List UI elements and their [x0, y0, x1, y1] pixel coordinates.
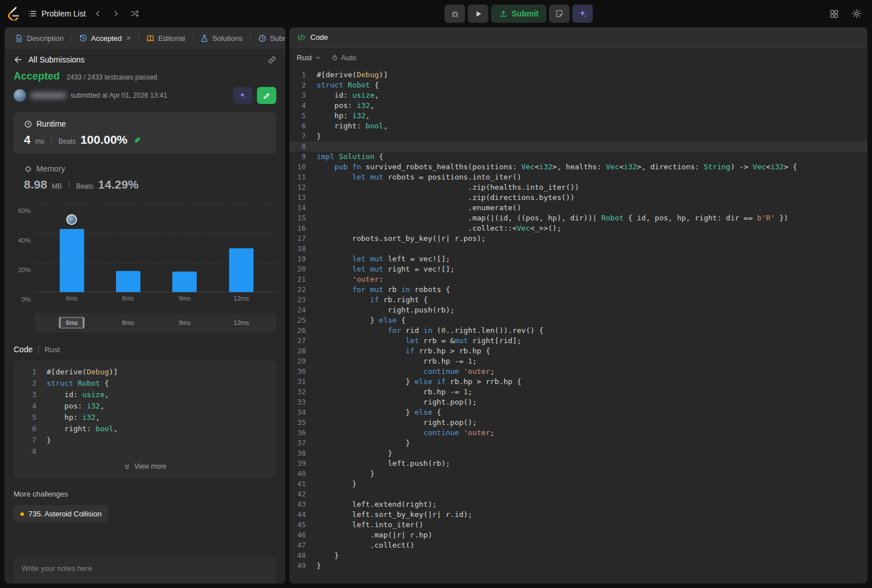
challenge-chip[interactable]: 735. Asteroid Collision [14, 505, 109, 523]
code-line-21[interactable]: 21 'outer: [289, 274, 867, 285]
code-line-41[interactable]: 41 } [289, 479, 867, 489]
code-line-28[interactable]: 28 if rrb.hp > rb.hp { [289, 346, 867, 356]
leetcode-logo[interactable] [8, 7, 20, 20]
code-line-16[interactable]: 16 .collect::<Vec<_>>(); [289, 223, 867, 233]
code-line-15[interactable]: 15 .map(|(id, ((pos, hp), dir))| Robot {… [289, 213, 867, 223]
back-arrow-icon[interactable] [14, 55, 23, 64]
code-line-1[interactable]: 1#[derive(Debug)] [289, 70, 867, 80]
code-line-49[interactable]: 49} [289, 561, 867, 571]
code-line-4[interactable]: 4 pos: i32, [289, 101, 867, 111]
code-editor[interactable]: 1#[derive(Debug)]2struct Robot {3 id: us… [289, 67, 867, 583]
code-line-42[interactable]: 42 [289, 489, 867, 499]
code-line-35[interactable]: 35 right.pop(); [289, 418, 867, 428]
code-line-29[interactable]: 29 rrb.hp -= 1; [289, 356, 867, 366]
code-line-48[interactable]: 48 } [289, 551, 867, 561]
settings-button[interactable] [849, 6, 864, 21]
notes-button[interactable] [549, 5, 570, 23]
tab-description[interactable]: Description [10, 31, 68, 46]
tab-editorial[interactable]: Editorial [142, 31, 189, 46]
code-line-17[interactable]: 17 robots.sort_by_key(|r| r.pos); [289, 233, 867, 244]
notes-input[interactable] [22, 564, 268, 577]
code-line-24[interactable]: 24 right.push(rb); [289, 305, 867, 315]
code-line-47[interactable]: 47 .collect() [289, 540, 867, 551]
runtime-bar-9ms[interactable] [172, 272, 197, 292]
code-line-1[interactable]: 1#[derive(Debug)] [14, 366, 276, 378]
link-icon[interactable] [268, 56, 276, 64]
code-line-44[interactable]: 44 left.sort_by_key(|r| r.id); [289, 510, 867, 520]
runtime-card[interactable]: Runtime 4 ms Beats 100.00% [14, 112, 276, 154]
tab-solutions[interactable]: Solutions [196, 31, 247, 46]
code-line-5[interactable]: 5 hp: i32, [289, 111, 867, 121]
runtime-bar-12ms[interactable] [229, 248, 254, 293]
layout-button[interactable] [827, 7, 841, 21]
code-line-4[interactable]: 4 pos: i32, [14, 401, 276, 412]
code-line-27[interactable]: 27 let rrb = &mut right[rid]; [289, 336, 867, 346]
ai-analyze-button[interactable] [233, 87, 252, 104]
code-line-34[interactable]: 34 } else { [289, 407, 867, 418]
code-line-14[interactable]: 14 .enumerate() [289, 203, 867, 213]
code-line-5[interactable]: 5 hp: i32, [14, 412, 276, 423]
shuffle-button[interactable] [128, 7, 142, 20]
user-avatar[interactable] [14, 89, 26, 102]
code-line-38[interactable]: 38 } [289, 448, 867, 458]
code-line-3[interactable]: 3 id: usize, [14, 389, 276, 401]
code-line-9[interactable]: 9impl Solution { [289, 152, 867, 162]
code-line-7[interactable]: 7} [14, 435, 276, 446]
runtime-bar-6ms[interactable] [60, 229, 84, 292]
submit-button[interactable]: Submit [491, 5, 546, 23]
code-line-20[interactable]: 20 let mut right = vec![]; [289, 264, 867, 274]
close-icon[interactable]: × [126, 34, 131, 42]
problem-list-button[interactable]: Problem List [28, 9, 86, 18]
code-line-37[interactable]: 37 } [289, 438, 867, 448]
code-line-36[interactable]: 36 continue 'outer; [289, 428, 867, 438]
code-line-31[interactable]: 31 } else if rb.hp > rrb.hp { [289, 377, 867, 387]
code-line-2[interactable]: 2struct Robot { [289, 80, 867, 90]
tab-accepted[interactable]: Accepted × [74, 31, 135, 46]
edit-code-button[interactable] [257, 87, 276, 104]
code-line-18[interactable]: 18 [289, 244, 867, 254]
debug-button[interactable] [445, 5, 465, 23]
code-line-30[interactable]: 30 continue 'outer; [289, 366, 867, 377]
code-line-45[interactable]: 45 left.into_iter() [289, 520, 867, 530]
panel-resizer[interactable] [285, 27, 289, 583]
ai-assistant-button[interactable] [572, 5, 593, 23]
runtime-bar-8ms[interactable] [116, 271, 140, 292]
memory-block[interactable]: Memory 8.98 MB Beats 14.29% [14, 164, 276, 191]
code-line-11[interactable]: 11 let mut robots = positions.into_iter(… [289, 172, 867, 182]
code-line-33[interactable]: 33 right.pop(); [289, 397, 867, 407]
brush-label-9ms[interactable]: 9ms [178, 319, 190, 326]
code-line-23[interactable]: 23 if rb.right { [289, 295, 867, 305]
view-more-button[interactable]: View more [14, 457, 276, 474]
code-line-8[interactable]: 8 [14, 446, 276, 457]
next-problem-button[interactable] [110, 7, 122, 20]
run-button[interactable] [468, 5, 488, 23]
code-line-46[interactable]: 46 .map(|r| r.hp) [289, 530, 867, 540]
tab-submissions[interactable]: Submissions [254, 31, 285, 46]
language-selector[interactable]: Rust [297, 53, 321, 62]
brush-label-8ms[interactable]: 8ms [122, 319, 134, 326]
code-line-12[interactable]: 12 .zip(healths.into_iter()) [289, 182, 867, 193]
code-line-6[interactable]: 6 right: bool, [289, 121, 867, 131]
prev-problem-button[interactable] [92, 7, 104, 20]
code-line-39[interactable]: 39 left.push(rb); [289, 458, 867, 469]
code-line-25[interactable]: 25 } else { [289, 315, 867, 326]
code-line-40[interactable]: 40 } [289, 469, 867, 479]
code-line-10[interactable]: 10 pub fn survived_robots_healths(positi… [289, 162, 867, 172]
code-line-8[interactable]: 8 [289, 141, 867, 152]
code-line-43[interactable]: 43 left.extend(right); [289, 499, 867, 510]
code-line-6[interactable]: 6 right: bool, [14, 423, 276, 435]
brush-label-6ms[interactable]: 6ms [59, 317, 85, 328]
code-line-13[interactable]: 13 .zip(directions.bytes()) [289, 193, 867, 203]
code-line-22[interactable]: 22 for mut rb in robots { [289, 285, 867, 295]
chart-brush-slider[interactable]: 6ms8ms9ms12ms [35, 313, 276, 332]
code-line-26[interactable]: 26 for rid in (0..right.len()).rev() { [289, 326, 867, 336]
code-line-2[interactable]: 2struct Robot { [14, 378, 276, 389]
code-line-32[interactable]: 32 rb.hp -= 1; [289, 387, 867, 397]
all-submissions-label[interactable]: All Submissions [28, 55, 85, 64]
code-line-7[interactable]: 7} [289, 131, 867, 141]
brush-label-12ms[interactable]: 12ms [234, 319, 249, 326]
code-line-3[interactable]: 3 id: usize, [289, 90, 867, 101]
auto-mode-toggle[interactable]: Auto [331, 53, 356, 62]
user-result-marker[interactable] [67, 214, 77, 225]
code-line-19[interactable]: 19 let mut left = vec![]; [289, 254, 867, 264]
